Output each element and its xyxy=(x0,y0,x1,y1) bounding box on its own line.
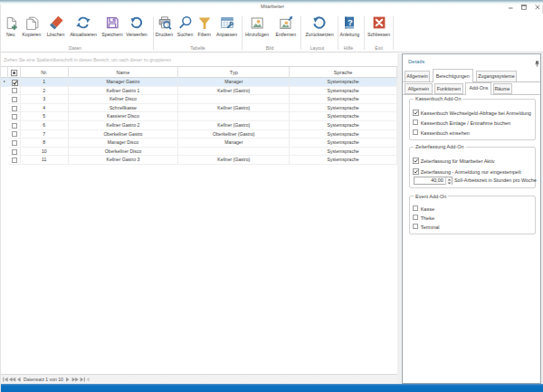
svg-text:?: ? xyxy=(348,17,353,27)
